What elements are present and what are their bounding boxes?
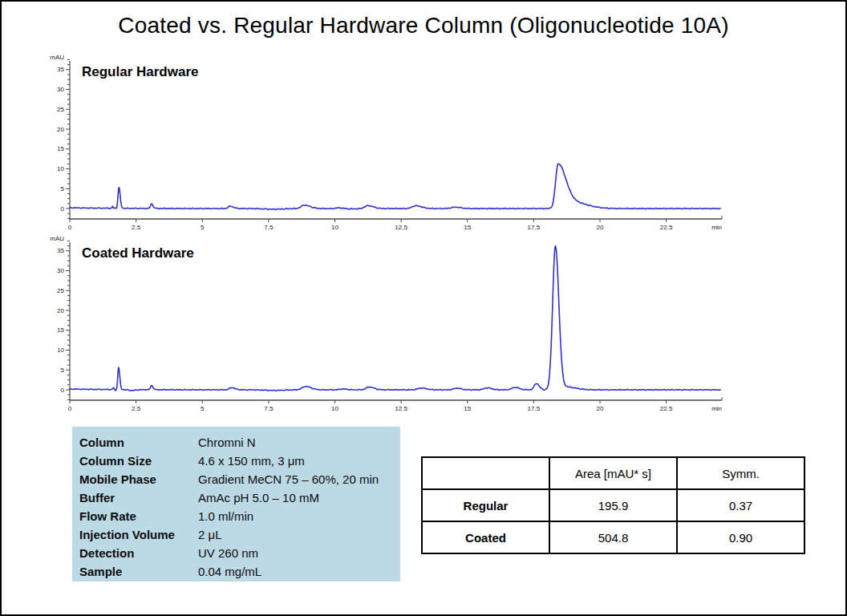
svg-text:5: 5 bbox=[61, 367, 65, 374]
svg-text:15: 15 bbox=[57, 145, 64, 152]
condition-value: 4.6 x 150 mm, 3 μm bbox=[198, 452, 400, 470]
svg-text:12.5: 12.5 bbox=[395, 405, 407, 412]
report-page: Coated vs. Regular Hardware Column (Olig… bbox=[0, 0, 847, 616]
svg-text:22.5: 22.5 bbox=[660, 224, 673, 231]
svg-text:0: 0 bbox=[61, 387, 65, 394]
results-row-coated: Coated 504.8 0.90 bbox=[422, 521, 804, 553]
results-header-area: Area [mAU* s] bbox=[549, 457, 677, 489]
trace-line bbox=[70, 164, 720, 209]
condition-row: Mobile PhaseGradient MeCN 75 – 60%, 20 m… bbox=[79, 470, 400, 488]
chromatogram-svg: 05101520253035mAU02.557.51012.51517.5202… bbox=[48, 233, 735, 415]
svg-text:0: 0 bbox=[68, 224, 72, 231]
condition-value: 1.0 ml/min bbox=[198, 507, 400, 525]
condition-row: DetectionUV 260 nm bbox=[79, 544, 400, 562]
svg-text:min: min bbox=[711, 224, 722, 231]
svg-text:15: 15 bbox=[464, 405, 471, 412]
svg-text:25: 25 bbox=[57, 287, 64, 294]
condition-label: Sample bbox=[79, 562, 198, 581]
results-row-label: Regular bbox=[422, 489, 549, 521]
svg-text:5: 5 bbox=[61, 185, 65, 192]
svg-text:7.5: 7.5 bbox=[264, 405, 274, 412]
condition-label: Detection bbox=[79, 544, 198, 562]
svg-text:mAU: mAU bbox=[50, 54, 64, 61]
svg-text:35: 35 bbox=[57, 66, 64, 73]
condition-label: Flow Rate bbox=[79, 507, 198, 525]
results-area-value: 195.9 bbox=[549, 489, 677, 521]
svg-text:22.5: 22.5 bbox=[660, 405, 673, 412]
condition-label: Mobile Phase bbox=[79, 470, 198, 488]
trace-line bbox=[70, 246, 720, 391]
results-row-regular: Regular 195.9 0.37 bbox=[422, 489, 804, 521]
condition-value: Gradient MeCN 75 – 60%, 20 min bbox=[198, 470, 400, 488]
svg-text:5: 5 bbox=[201, 405, 205, 412]
svg-text:20: 20 bbox=[597, 405, 604, 412]
results-symm-value: 0.90 bbox=[677, 521, 804, 553]
svg-text:20: 20 bbox=[597, 224, 604, 231]
condition-label: Column Size bbox=[79, 452, 198, 470]
condition-row: Sample0.04 mg/mL bbox=[79, 562, 400, 581]
condition-label: Injection Volume bbox=[79, 525, 198, 544]
svg-text:15: 15 bbox=[464, 224, 471, 231]
method-conditions-box: ColumnChromni N Column Size4.6 x 150 mm,… bbox=[72, 427, 400, 582]
condition-row: ColumnChromni N bbox=[79, 433, 400, 452]
svg-text:25: 25 bbox=[57, 106, 64, 113]
svg-text:30: 30 bbox=[57, 86, 64, 93]
svg-text:10: 10 bbox=[57, 165, 64, 172]
condition-value: Chromni N bbox=[198, 433, 400, 452]
svg-text:20: 20 bbox=[57, 307, 64, 314]
condition-row: Flow Rate1.0 ml/min bbox=[79, 507, 400, 525]
condition-value: UV 260 nm bbox=[198, 544, 400, 562]
svg-text:7.5: 7.5 bbox=[264, 224, 274, 231]
page-title: Coated vs. Regular Hardware Column (Olig… bbox=[2, 13, 845, 38]
condition-label: Buffer bbox=[79, 488, 198, 507]
condition-label: Column bbox=[79, 433, 198, 452]
svg-text:0: 0 bbox=[68, 405, 72, 412]
condition-value: AmAc pH 5.0 – 10 mM bbox=[198, 488, 400, 507]
condition-row: Injection Volume2 μL bbox=[79, 525, 400, 544]
svg-text:10: 10 bbox=[331, 224, 338, 231]
svg-text:10: 10 bbox=[57, 346, 64, 354]
svg-text:17.5: 17.5 bbox=[528, 224, 541, 231]
svg-text:mAU: mAU bbox=[50, 235, 64, 242]
chromatogram-regular: Regular Hardware 05101520253035mAU02.557… bbox=[48, 51, 735, 234]
svg-text:2.5: 2.5 bbox=[132, 224, 141, 231]
svg-text:5: 5 bbox=[201, 224, 205, 231]
svg-text:17.5: 17.5 bbox=[528, 405, 541, 412]
condition-row: Column Size4.6 x 150 mm, 3 μm bbox=[79, 452, 400, 470]
results-header-row: Area [mAU* s] Symm. bbox=[422, 457, 804, 489]
svg-text:10: 10 bbox=[331, 405, 338, 412]
svg-text:min: min bbox=[711, 405, 722, 412]
svg-text:30: 30 bbox=[57, 267, 64, 274]
chromatogram-svg: 05101520253035mAU02.557.51012.51517.5202… bbox=[48, 51, 735, 234]
condition-value: 2 μL bbox=[198, 525, 400, 544]
svg-text:15: 15 bbox=[57, 326, 64, 334]
svg-text:2.5: 2.5 bbox=[132, 405, 141, 412]
results-area-value: 504.8 bbox=[549, 521, 677, 553]
condition-row: BufferAmAc pH 5.0 – 10 mM bbox=[79, 488, 400, 507]
svg-text:20: 20 bbox=[57, 126, 64, 133]
svg-text:0: 0 bbox=[61, 205, 65, 213]
chromatogram-coated: Coated Hardware 05101520253035mAU02.557.… bbox=[48, 233, 735, 415]
results-table: Area [mAU* s] Symm. Regular 195.9 0.37 C… bbox=[421, 456, 805, 554]
results-row-label: Coated bbox=[422, 521, 549, 553]
results-symm-value: 0.37 bbox=[677, 489, 804, 521]
svg-text:35: 35 bbox=[57, 247, 64, 254]
results-header-empty bbox=[422, 457, 549, 489]
svg-text:12.5: 12.5 bbox=[395, 224, 407, 231]
condition-value: 0.04 mg/mL bbox=[198, 562, 400, 581]
results-header-symm: Symm. bbox=[677, 457, 804, 489]
